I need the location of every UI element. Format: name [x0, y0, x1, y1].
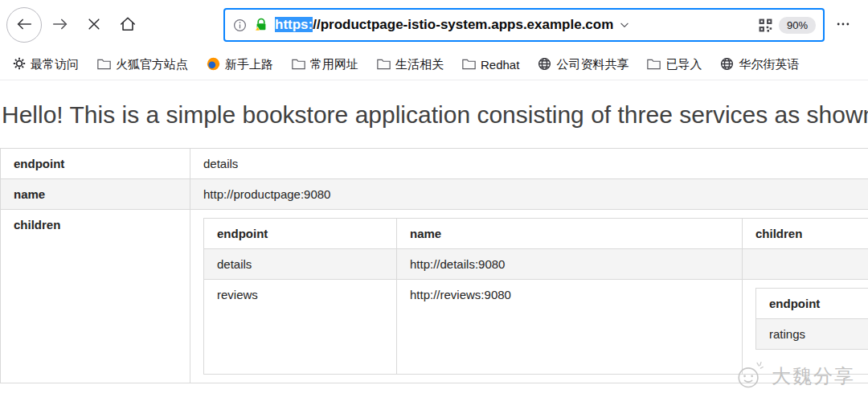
close-x-icon — [86, 16, 102, 35]
service-table: endpoint details name http://productpage… — [0, 148, 868, 383]
overflow-menu-button[interactable] — [828, 10, 858, 40]
column-header: endpoint — [204, 219, 397, 249]
ratings-table-row: ratings — [756, 319, 868, 350]
page-heading: Hello! This is a simple bookstore applic… — [2, 101, 868, 129]
forward-button[interactable] — [45, 10, 76, 40]
globe-icon — [538, 57, 551, 73]
bookmark-folder-life[interactable]: 生活相关 — [377, 57, 444, 72]
bookmark-item-most-visited[interactable]: 最常访问 — [13, 57, 79, 72]
lock-warning-icon[interactable] — [253, 17, 269, 33]
cell-children-empty — [743, 249, 868, 280]
row-label: endpoint — [1, 149, 190, 179]
url-input[interactable]: https://productpage-istio-system.apps.ex… — [275, 17, 613, 33]
stop-button[interactable] — [79, 10, 109, 40]
table-row-endpoint: endpoint details — [1, 149, 868, 179]
bookmarks-toolbar: 最常访问 火狐官方站点 新手上路 常用网址 生活相关 — [0, 50, 868, 80]
ratings-table: endpoint ratings — [755, 288, 868, 350]
bookmark-label: 公司资料共享 — [556, 57, 628, 72]
table-row-name: name http://productpage:9080 — [1, 179, 868, 210]
zoom-level-badge[interactable]: 90% — [779, 17, 816, 34]
cell-children-nested: endpoint ratings — [743, 280, 868, 375]
folder-icon — [97, 58, 111, 72]
bookmark-label: 已导入 — [665, 57, 702, 72]
bookmark-label: 华尔街英语 — [739, 57, 799, 72]
url-bar[interactable]: https://productpage-istio-system.apps.ex… — [223, 8, 825, 42]
page-content: Hello! This is a simple bookstore applic… — [0, 101, 868, 383]
bookmark-label: 最常访问 — [31, 57, 79, 72]
page-info-icon[interactable] — [232, 18, 248, 33]
column-header: name — [397, 219, 743, 249]
row-label: children — [1, 210, 190, 383]
row-value: details — [190, 149, 868, 179]
bookmark-item-company-share[interactable]: 公司资料共享 — [538, 57, 628, 73]
bookmark-folder-redhat[interactable]: Redhat — [462, 58, 519, 72]
bookmark-folder-imported[interactable]: 已导入 — [647, 57, 702, 72]
gear-icon — [13, 57, 26, 72]
folder-icon — [292, 58, 305, 72]
row-label: name — [1, 179, 190, 210]
home-button[interactable] — [113, 10, 143, 40]
arrow-right-icon — [51, 15, 69, 35]
navigation-toolbar: https://productpage-istio-system.apps.ex… — [0, 0, 868, 50]
cell-endpoint: ratings — [756, 319, 868, 350]
cell-endpoint: details — [204, 249, 397, 280]
bookmark-folder-common-sites[interactable]: 常用网址 — [292, 57, 358, 72]
ratings-table-header-row: endpoint — [756, 289, 868, 319]
folder-icon — [462, 58, 476, 72]
cell-name: http://details:9080 — [397, 249, 743, 280]
children-table-header-row: endpoint name children — [204, 219, 868, 249]
bookmark-label: 新手上路 — [225, 57, 273, 72]
url-selected-text: https: — [275, 17, 313, 32]
bookmark-folder-firefox-official[interactable]: 火狐官方站点 — [97, 57, 188, 72]
bookmark-item-wall-street-english[interactable]: 华尔街英语 — [720, 57, 799, 73]
chevron-down-icon[interactable] — [619, 19, 630, 31]
firefox-icon — [207, 57, 220, 73]
bookmark-label: 生活相关 — [395, 57, 444, 72]
house-icon — [119, 15, 137, 35]
globe-icon — [720, 57, 734, 73]
table-row-children: children endpoint name children details … — [1, 210, 868, 383]
children-table-row-reviews: reviews http://reviews:9080 endpoint rat… — [204, 280, 868, 375]
bookmark-label: Redhat — [481, 58, 519, 72]
cell-name: http://reviews:9080 — [397, 280, 743, 375]
children-cell: endpoint name children details http://de… — [190, 210, 868, 383]
bookmark-label: 常用网址 — [310, 57, 358, 72]
children-table: endpoint name children details http://de… — [203, 218, 868, 375]
row-value: http://productpage:9080 — [190, 179, 868, 210]
bookmark-item-getting-started[interactable]: 新手上路 — [207, 57, 273, 73]
folder-icon — [377, 58, 391, 72]
url-rest-text: //productpage-istio-system.apps.example.… — [313, 17, 613, 32]
bookmark-label: 火狐官方站点 — [116, 57, 188, 72]
children-table-row-details: details http://details:9080 — [204, 249, 868, 280]
ellipsis-icon — [835, 16, 851, 35]
arrow-left-icon — [15, 15, 33, 35]
browser-chrome: https://productpage-istio-system.apps.ex… — [0, 0, 868, 80]
back-button[interactable] — [6, 7, 42, 43]
qr-grid-icon[interactable] — [758, 18, 773, 33]
cell-endpoint: reviews — [204, 280, 397, 375]
column-header: children — [743, 219, 868, 249]
folder-icon — [647, 58, 661, 72]
column-header: endpoint — [756, 289, 868, 319]
